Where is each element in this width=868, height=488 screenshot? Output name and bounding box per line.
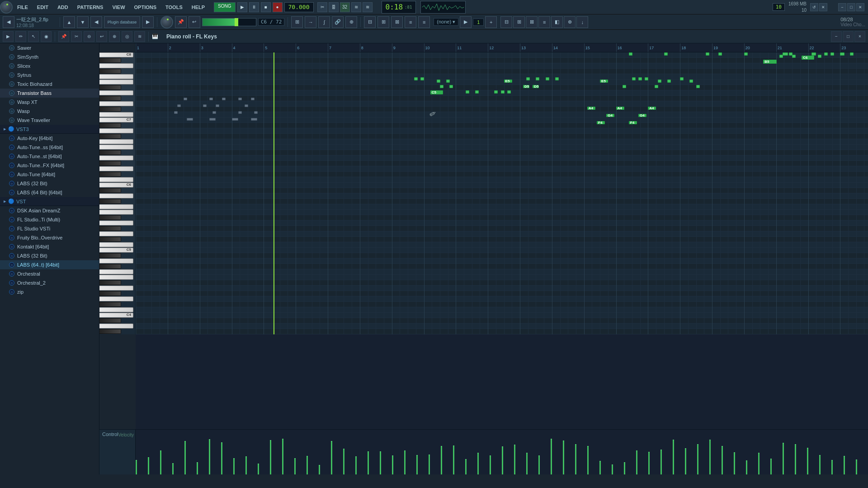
layout-btn2[interactable]: ⊞ (513, 16, 525, 28)
sidebar-item-labs-32[interactable]: ○ LABS (32 Bit) (0, 179, 99, 188)
note-71[interactable] (850, 52, 854, 56)
note-21[interactable] (449, 85, 453, 88)
piano-key-23[interactable] (99, 177, 133, 182)
piano-key-20[interactable] (99, 161, 121, 166)
piano-key-40[interactable] (99, 269, 133, 274)
piano-key-12[interactable]: C7 (99, 117, 133, 122)
none-dropdown[interactable]: (none) ▾ (434, 18, 458, 26)
note-26[interactable] (507, 90, 511, 94)
note-65[interactable] (629, 52, 632, 56)
piano-key-44[interactable] (99, 291, 121, 296)
note-45[interactable] (216, 104, 219, 107)
sidebar-item-wasp[interactable]: ○ Wasp (0, 107, 99, 116)
sidebar-item-orchestral2[interactable]: ○ Orchestral_2 (0, 278, 99, 287)
note-12[interactable]: E5 (600, 80, 608, 83)
piano-key-4[interactable] (99, 74, 133, 79)
pr-tool-2[interactable]: ⊖ (84, 31, 94, 42)
menu-file[interactable]: FILE (13, 5, 33, 10)
note-9[interactable]: C6 (802, 56, 814, 60)
note-31[interactable]: G4 (638, 114, 646, 117)
sidebar-item-sytrus[interactable]: ○ Sytrus (0, 70, 99, 80)
piano-key-8[interactable] (99, 96, 121, 101)
pr-draw-tool[interactable]: ✏ (15, 31, 26, 42)
piano-key-41[interactable] (99, 275, 133, 280)
piano-key-39[interactable] (99, 264, 121, 269)
layout-btn5[interactable]: ◧ (551, 16, 563, 28)
note-22[interactable] (466, 90, 469, 94)
note-15[interactable]: C5 (430, 90, 443, 94)
sidebar-item-labs-32b[interactable]: ○ LABS (32 Bit) (0, 251, 99, 260)
note-2[interactable] (811, 52, 816, 56)
piano-key-37[interactable] (99, 253, 121, 258)
note-32[interactable]: F4 (597, 121, 605, 124)
volume-slider[interactable] (202, 18, 256, 26)
piano-key-51[interactable] (99, 329, 121, 334)
note-25[interactable] (501, 90, 505, 94)
tool-btn-5[interactable]: ≋ (363, 2, 373, 12)
tool-pat3[interactable]: ⊠ (391, 16, 403, 28)
piano-key-48[interactable]: C4 (99, 313, 133, 318)
sidebar-item-toxic[interactable]: ○ Toxic Biohazard (0, 80, 99, 89)
piano-key-3[interactable] (99, 69, 121, 74)
piano-key-9[interactable] (99, 101, 133, 106)
sidebar-item-simsynth[interactable]: ○ SimSynth (0, 52, 99, 61)
vst-section-header[interactable]: ▸ 🔵 VST (0, 197, 99, 206)
piano-key-22[interactable] (99, 172, 121, 177)
beat-plus[interactable]: + (485, 16, 497, 28)
piano-key-19[interactable] (99, 155, 133, 160)
piano-key-11[interactable] (99, 112, 133, 117)
play-segment[interactable]: ▶ (460, 16, 472, 28)
note-39[interactable] (209, 98, 213, 100)
piano-key-13[interactable] (99, 123, 121, 128)
note-grid-container[interactable]: Arrangements:Morning C6B5E5E5D5D5C5A4A4A… (136, 52, 868, 429)
pr-tool-4[interactable]: ⊕ (109, 31, 120, 42)
tool-btn-1[interactable]: ✂ (317, 2, 327, 12)
note-51[interactable] (187, 118, 193, 121)
prev-button[interactable]: ◀ (3, 16, 14, 28)
pr-play-button[interactable]: ▶ (3, 31, 14, 42)
note-18[interactable] (437, 80, 440, 83)
tool-undo[interactable]: ↩ (189, 16, 200, 28)
note-68[interactable] (718, 52, 722, 56)
song-button[interactable]: SONG (214, 2, 235, 12)
note-30[interactable]: G4 (606, 114, 614, 117)
piano-key-42[interactable] (99, 280, 121, 285)
note-13[interactable]: D5 (523, 85, 529, 88)
note-60[interactable] (623, 85, 626, 88)
pr-tool-3[interactable]: ↩ (96, 31, 107, 42)
layout-btn7[interactable]: ↓ (576, 16, 588, 28)
piano-key-2[interactable] (99, 63, 133, 68)
piano-key-1[interactable] (99, 58, 121, 63)
tool-btn-2[interactable]: 🎛 (329, 2, 339, 12)
sidebar-item-kontakt[interactable]: ○ Kontakt [64bit] (0, 242, 99, 251)
sidebar-item-sawer[interactable]: ○ Sawer (0, 43, 99, 52)
note-58[interactable] (658, 80, 661, 83)
piano-key-27[interactable] (99, 199, 121, 204)
note-7[interactable] (792, 55, 796, 58)
tool-grid[interactable]: ⊞ (291, 16, 303, 28)
note-29[interactable]: A4 (648, 107, 656, 110)
menu-view[interactable]: VIEW (108, 5, 129, 10)
piano-key-32[interactable] (99, 226, 121, 231)
piano-key-24[interactable]: C6 (99, 183, 133, 188)
nav-down[interactable]: ▼ (77, 16, 89, 28)
note-52[interactable] (209, 118, 216, 121)
menu-help[interactable]: HELP (187, 5, 209, 10)
piano-key-35[interactable] (99, 242, 133, 247)
piano-key-36[interactable]: C5 (99, 248, 133, 253)
piano-key-31[interactable] (99, 221, 133, 225)
piano-key-18[interactable] (99, 150, 121, 155)
note-3[interactable] (824, 52, 828, 56)
note-14[interactable]: D5 (533, 85, 539, 88)
tool-pat4[interactable]: ≡ (405, 16, 416, 28)
piano-key-49[interactable] (99, 318, 121, 323)
piano-key-38[interactable] (99, 258, 133, 263)
sidebar-item-slicex[interactable]: ○ Slicex (0, 61, 99, 70)
note-20[interactable] (440, 85, 443, 88)
note-37[interactable] (555, 77, 559, 80)
nav-left[interactable]: ◀ (90, 16, 102, 28)
note-61[interactable] (655, 85, 658, 88)
note-57[interactable] (645, 77, 648, 80)
sidebar-item-labs-64[interactable]: ○ LABS (64 Bit) [64bit] (0, 188, 99, 197)
note-17[interactable] (420, 77, 424, 80)
